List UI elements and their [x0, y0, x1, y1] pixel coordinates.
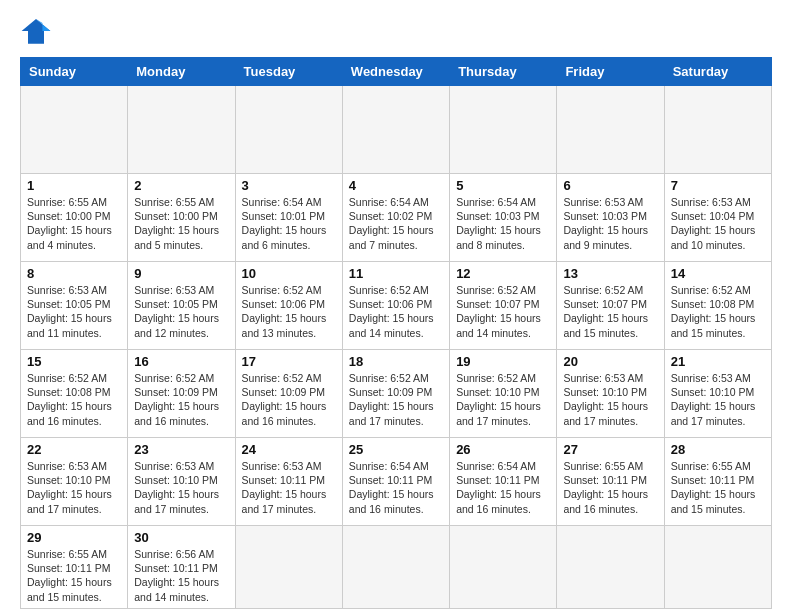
calendar-cell: 7Sunrise: 6:53 AMSunset: 10:04 PMDayligh…: [664, 174, 771, 262]
calendar-header-tuesday: Tuesday: [235, 58, 342, 86]
calendar-cell: 2Sunrise: 6:55 AMSunset: 10:00 PMDayligh…: [128, 174, 235, 262]
day-number: 21: [671, 354, 765, 369]
cell-info: Sunrise: 6:52 AMSunset: 10:07 PMDaylight…: [563, 283, 657, 340]
calendar-cell: 9Sunrise: 6:53 AMSunset: 10:05 PMDayligh…: [128, 262, 235, 350]
cell-info: Sunrise: 6:54 AMSunset: 10:03 PMDaylight…: [456, 195, 550, 252]
cell-info: Sunrise: 6:54 AMSunset: 10:02 PMDaylight…: [349, 195, 443, 252]
day-number: 2: [134, 178, 228, 193]
day-number: 10: [242, 266, 336, 281]
day-number: 30: [134, 530, 228, 545]
calendar-header-thursday: Thursday: [450, 58, 557, 86]
calendar-header-row: SundayMondayTuesdayWednesdayThursdayFrid…: [21, 58, 772, 86]
day-number: 7: [671, 178, 765, 193]
calendar-cell: [450, 86, 557, 174]
calendar-header-friday: Friday: [557, 58, 664, 86]
calendar-week-row: 15Sunrise: 6:52 AMSunset: 10:08 PMDaylig…: [21, 350, 772, 438]
calendar-week-row: 8Sunrise: 6:53 AMSunset: 10:05 PMDayligh…: [21, 262, 772, 350]
calendar-cell: 15Sunrise: 6:52 AMSunset: 10:08 PMDaylig…: [21, 350, 128, 438]
cell-info: Sunrise: 6:56 AMSunset: 10:11 PMDaylight…: [134, 547, 228, 604]
cell-info: Sunrise: 6:52 AMSunset: 10:10 PMDaylight…: [456, 371, 550, 428]
cell-info: Sunrise: 6:52 AMSunset: 10:09 PMDaylight…: [134, 371, 228, 428]
calendar-cell: 11Sunrise: 6:52 AMSunset: 10:06 PMDaylig…: [342, 262, 449, 350]
cell-info: Sunrise: 6:54 AMSunset: 10:01 PMDaylight…: [242, 195, 336, 252]
day-number: 4: [349, 178, 443, 193]
svg-marker-1: [22, 19, 51, 44]
calendar-cell: [342, 86, 449, 174]
cell-info: Sunrise: 6:53 AMSunset: 10:10 PMDaylight…: [671, 371, 765, 428]
calendar-cell: 21Sunrise: 6:53 AMSunset: 10:10 PMDaylig…: [664, 350, 771, 438]
day-number: 11: [349, 266, 443, 281]
calendar-week-row: [21, 86, 772, 174]
calendar-cell: 16Sunrise: 6:52 AMSunset: 10:09 PMDaylig…: [128, 350, 235, 438]
day-number: 16: [134, 354, 228, 369]
cell-info: Sunrise: 6:55 AMSunset: 10:00 PMDaylight…: [27, 195, 121, 252]
calendar-cell: 18Sunrise: 6:52 AMSunset: 10:09 PMDaylig…: [342, 350, 449, 438]
calendar-cell: 25Sunrise: 6:54 AMSunset: 10:11 PMDaylig…: [342, 438, 449, 526]
calendar-cell: 17Sunrise: 6:52 AMSunset: 10:09 PMDaylig…: [235, 350, 342, 438]
cell-info: Sunrise: 6:55 AMSunset: 10:11 PMDaylight…: [563, 459, 657, 516]
calendar-cell: 22Sunrise: 6:53 AMSunset: 10:10 PMDaylig…: [21, 438, 128, 526]
calendar-cell: [664, 526, 771, 609]
calendar-cell: 12Sunrise: 6:52 AMSunset: 10:07 PMDaylig…: [450, 262, 557, 350]
day-number: 1: [27, 178, 121, 193]
calendar-week-row: 29Sunrise: 6:55 AMSunset: 10:11 PMDaylig…: [21, 526, 772, 609]
calendar-cell: 20Sunrise: 6:53 AMSunset: 10:10 PMDaylig…: [557, 350, 664, 438]
day-number: 6: [563, 178, 657, 193]
calendar-cell: [235, 526, 342, 609]
calendar-cell: 28Sunrise: 6:55 AMSunset: 10:11 PMDaylig…: [664, 438, 771, 526]
calendar-cell: 26Sunrise: 6:54 AMSunset: 10:11 PMDaylig…: [450, 438, 557, 526]
calendar-cell: [128, 86, 235, 174]
calendar-cell: 23Sunrise: 6:53 AMSunset: 10:10 PMDaylig…: [128, 438, 235, 526]
logo-icon: [20, 15, 52, 47]
calendar-cell: 4Sunrise: 6:54 AMSunset: 10:02 PMDayligh…: [342, 174, 449, 262]
calendar-cell: 19Sunrise: 6:52 AMSunset: 10:10 PMDaylig…: [450, 350, 557, 438]
day-number: 20: [563, 354, 657, 369]
day-number: 29: [27, 530, 121, 545]
calendar-cell: 24Sunrise: 6:53 AMSunset: 10:11 PMDaylig…: [235, 438, 342, 526]
day-number: 24: [242, 442, 336, 457]
day-number: 13: [563, 266, 657, 281]
day-number: 25: [349, 442, 443, 457]
cell-info: Sunrise: 6:53 AMSunset: 10:10 PMDaylight…: [27, 459, 121, 516]
calendar-cell: [235, 86, 342, 174]
calendar-cell: 8Sunrise: 6:53 AMSunset: 10:05 PMDayligh…: [21, 262, 128, 350]
calendar-cell: [557, 526, 664, 609]
cell-info: Sunrise: 6:52 AMSunset: 10:07 PMDaylight…: [456, 283, 550, 340]
cell-info: Sunrise: 6:55 AMSunset: 10:11 PMDaylight…: [671, 459, 765, 516]
calendar-cell: [342, 526, 449, 609]
day-number: 28: [671, 442, 765, 457]
cell-info: Sunrise: 6:52 AMSunset: 10:08 PMDaylight…: [27, 371, 121, 428]
day-number: 23: [134, 442, 228, 457]
day-number: 26: [456, 442, 550, 457]
header: [20, 15, 772, 47]
calendar-header-monday: Monday: [128, 58, 235, 86]
cell-info: Sunrise: 6:53 AMSunset: 10:03 PMDaylight…: [563, 195, 657, 252]
cell-info: Sunrise: 6:52 AMSunset: 10:06 PMDaylight…: [242, 283, 336, 340]
day-number: 8: [27, 266, 121, 281]
calendar-cell: 27Sunrise: 6:55 AMSunset: 10:11 PMDaylig…: [557, 438, 664, 526]
cell-info: Sunrise: 6:52 AMSunset: 10:09 PMDaylight…: [242, 371, 336, 428]
calendar-cell: 14Sunrise: 6:52 AMSunset: 10:08 PMDaylig…: [664, 262, 771, 350]
calendar-cell: 3Sunrise: 6:54 AMSunset: 10:01 PMDayligh…: [235, 174, 342, 262]
calendar-cell: [557, 86, 664, 174]
day-number: 22: [27, 442, 121, 457]
calendar-cell: 5Sunrise: 6:54 AMSunset: 10:03 PMDayligh…: [450, 174, 557, 262]
logo: [20, 15, 56, 47]
page-container: SundayMondayTuesdayWednesdayThursdayFrid…: [0, 0, 792, 612]
calendar-header-sunday: Sunday: [21, 58, 128, 86]
calendar-cell: 6Sunrise: 6:53 AMSunset: 10:03 PMDayligh…: [557, 174, 664, 262]
calendar-cell: 10Sunrise: 6:52 AMSunset: 10:06 PMDaylig…: [235, 262, 342, 350]
calendar-table: SundayMondayTuesdayWednesdayThursdayFrid…: [20, 57, 772, 609]
cell-info: Sunrise: 6:54 AMSunset: 10:11 PMDaylight…: [349, 459, 443, 516]
calendar-cell: [21, 86, 128, 174]
cell-info: Sunrise: 6:53 AMSunset: 10:04 PMDaylight…: [671, 195, 765, 252]
calendar-cell: 13Sunrise: 6:52 AMSunset: 10:07 PMDaylig…: [557, 262, 664, 350]
cell-info: Sunrise: 6:55 AMSunset: 10:11 PMDaylight…: [27, 547, 121, 604]
cell-info: Sunrise: 6:53 AMSunset: 10:05 PMDaylight…: [134, 283, 228, 340]
cell-info: Sunrise: 6:53 AMSunset: 10:10 PMDaylight…: [134, 459, 228, 516]
calendar-header-wednesday: Wednesday: [342, 58, 449, 86]
cell-info: Sunrise: 6:53 AMSunset: 10:05 PMDaylight…: [27, 283, 121, 340]
cell-info: Sunrise: 6:54 AMSunset: 10:11 PMDaylight…: [456, 459, 550, 516]
calendar-header-saturday: Saturday: [664, 58, 771, 86]
cell-info: Sunrise: 6:55 AMSunset: 10:00 PMDaylight…: [134, 195, 228, 252]
